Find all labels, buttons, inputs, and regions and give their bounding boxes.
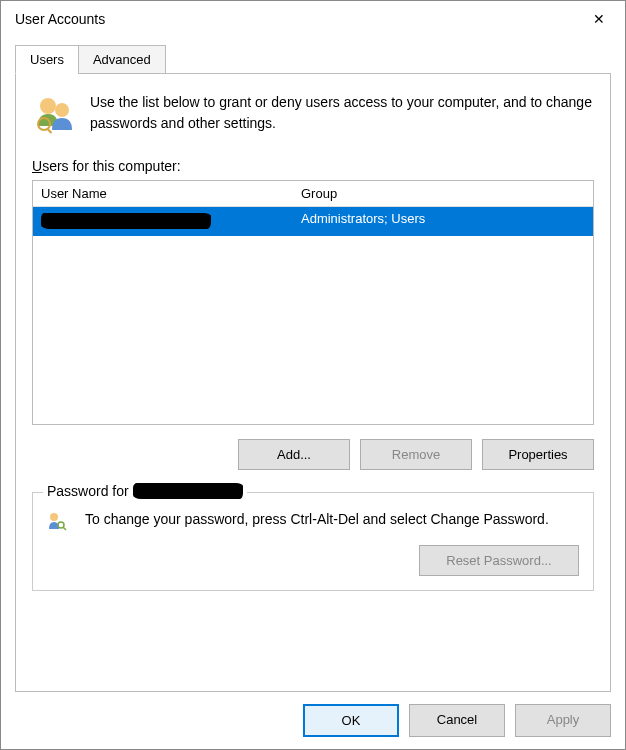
table-row[interactable]: Administrators; Users <box>33 207 593 236</box>
tab-panel-users: Use the list below to grant or deny user… <box>15 73 611 692</box>
column-group[interactable]: Group <box>293 181 593 206</box>
svg-point-4 <box>50 513 58 521</box>
users-list-label: Users for this computer: <box>32 158 594 174</box>
list-header: User Name Group <box>33 181 593 207</box>
password-group-title: Password for <box>43 483 247 499</box>
users-listbox[interactable]: User Name Group Administrators; Users <box>32 180 594 425</box>
tab-users[interactable]: Users <box>15 45 79 74</box>
dialog-footer: OK Cancel Apply <box>1 692 625 749</box>
reset-password-button: Reset Password... <box>419 545 579 576</box>
apply-button: Apply <box>515 704 611 737</box>
cancel-button[interactable]: Cancel <box>409 704 505 737</box>
content-area: Users Advanced Use the list below to gra… <box>1 35 625 692</box>
key-user-icon <box>47 511 67 531</box>
users-icon <box>32 92 76 136</box>
remove-button: Remove <box>360 439 472 470</box>
intro-row: Use the list below to grant or deny user… <box>32 92 594 136</box>
column-username[interactable]: User Name <box>33 181 293 206</box>
titlebar: User Accounts ✕ <box>1 1 625 35</box>
ok-button[interactable]: OK <box>303 704 399 737</box>
svg-line-6 <box>63 527 66 530</box>
svg-point-1 <box>55 103 69 117</box>
redacted-username <box>41 213 211 229</box>
redacted-username-title <box>133 483 243 499</box>
tab-strip: Users Advanced <box>15 45 611 74</box>
cell-username <box>33 207 293 236</box>
password-instruction: To change your password, press Ctrl-Alt-… <box>85 509 549 531</box>
svg-rect-3 <box>47 128 53 134</box>
user-buttons-row: Add... Remove Properties <box>32 439 594 470</box>
cell-group: Administrators; Users <box>293 207 593 236</box>
properties-button[interactable]: Properties <box>482 439 594 470</box>
close-icon[interactable]: ✕ <box>587 9 611 29</box>
svg-point-0 <box>40 98 56 114</box>
window-title: User Accounts <box>15 11 105 27</box>
user-accounts-dialog: User Accounts ✕ Users Advanced <box>0 0 626 750</box>
password-groupbox: Password for To change your password, pr… <box>32 492 594 591</box>
password-body: To change your password, press Ctrl-Alt-… <box>47 509 579 531</box>
intro-text: Use the list below to grant or deny user… <box>90 92 594 136</box>
tab-advanced[interactable]: Advanced <box>78 45 166 74</box>
password-button-row: Reset Password... <box>47 545 579 576</box>
add-button[interactable]: Add... <box>238 439 350 470</box>
